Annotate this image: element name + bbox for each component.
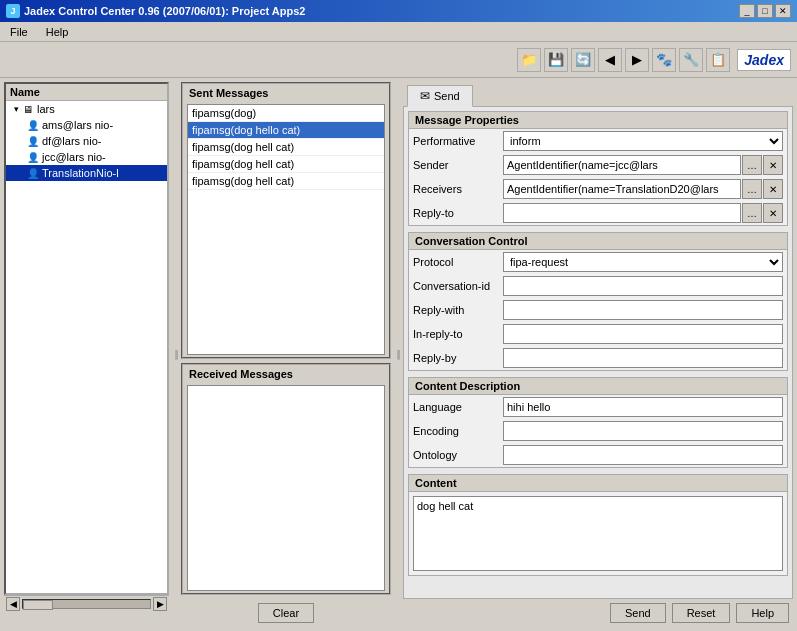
scroll-track (22, 599, 151, 609)
reset-button[interactable]: Reset (672, 603, 731, 623)
toolbar-save-icon[interactable]: 💾 (544, 48, 568, 72)
reply-with-label: Reply-with (413, 304, 503, 316)
sender-input[interactable] (503, 155, 741, 175)
toolbar-refresh-icon[interactable]: 🔄 (571, 48, 595, 72)
title-bar-buttons: _ □ ✕ (739, 4, 791, 18)
receivers-input[interactable] (503, 179, 741, 199)
tree-label-jcc: jcc@lars nio- (42, 151, 106, 163)
sender-label: Sender (413, 159, 503, 171)
maximize-button[interactable]: □ (757, 4, 773, 18)
toolbar-clip-icon[interactable]: 📋 (706, 48, 730, 72)
tree-item-ams[interactable]: 👤 ams@lars nio- (6, 117, 167, 133)
menu-bar: File Help (0, 22, 797, 42)
form-panel: Message Properties Performative inform r… (403, 106, 793, 599)
help-button[interactable]: Help (736, 603, 789, 623)
receivers-clear-button[interactable]: ✕ (763, 179, 783, 199)
splitter-left[interactable] (171, 78, 179, 631)
splitter-right[interactable] (393, 78, 401, 631)
tab-send[interactable]: ✉ Send (407, 85, 473, 107)
reply-to-input-group: … ✕ (503, 203, 783, 223)
sent-messages-list[interactable]: fipamsg(dog) fipamsg(dog hello cat) fipa… (187, 104, 385, 355)
tab-send-label: Send (434, 90, 460, 102)
title-bar: J Jadex Control Center 0.96 (2007/06/01)… (0, 0, 797, 22)
content-textarea[interactable]: dog hell cat (413, 496, 783, 571)
protocol-select[interactable]: fipa-request fipa-query fipa-subscribe (503, 252, 783, 272)
content-description-title: Content Description (409, 378, 787, 395)
menu-file[interactable]: File (6, 25, 32, 39)
receivers-row: Receivers … ✕ (409, 177, 787, 201)
reply-to-label: Reply-to (413, 207, 503, 219)
toolbar-paw-icon[interactable]: 🐾 (652, 48, 676, 72)
performative-input-group: inform request query-if propose (503, 131, 783, 151)
middle-panel: Sent Messages fipamsg(dog) fipamsg(dog h… (181, 82, 391, 627)
in-reply-to-row: In-reply-to (409, 322, 787, 346)
language-row: Language (409, 395, 787, 419)
reply-to-row: Reply-to … ✕ (409, 201, 787, 225)
performative-select[interactable]: inform request query-if propose (503, 131, 783, 151)
folder-icon: 🖥 (21, 102, 35, 116)
conversation-id-row: Conversation-id (409, 274, 787, 298)
scroll-left-btn[interactable]: ◀ (6, 597, 20, 611)
protocol-row: Protocol fipa-request fipa-query fipa-su… (409, 250, 787, 274)
in-reply-to-label: In-reply-to (413, 328, 503, 340)
scroll-thumb[interactable] (23, 600, 53, 610)
performative-row: Performative inform request query-if pro… (409, 129, 787, 153)
tree-item-df[interactable]: 👤 df@lars nio- (6, 133, 167, 149)
sender-dots-button[interactable]: … (742, 155, 762, 175)
minimize-button[interactable]: _ (739, 4, 755, 18)
app-icon: J (6, 4, 20, 18)
ontology-input[interactable] (503, 445, 783, 465)
sent-messages-title: Sent Messages (183, 84, 389, 102)
sent-msg-3[interactable]: fipamsg(dog hell cat) (188, 156, 384, 173)
conversation-control-group: Conversation Control Protocol fipa-reque… (408, 232, 788, 371)
conversation-id-input[interactable] (503, 276, 783, 296)
send-button[interactable]: Send (610, 603, 666, 623)
reply-with-input[interactable] (503, 300, 783, 320)
toolbar-settings-icon[interactable]: 🔧 (679, 48, 703, 72)
sent-msg-2[interactable]: fipamsg(dog hell cat) (188, 139, 384, 156)
bottom-buttons: Send Reset Help (403, 599, 793, 627)
tree-panel: Name ▾ 🖥 lars 👤 ams@lars nio- 👤 df@lars … (4, 82, 169, 595)
content-title: Content (409, 475, 787, 492)
toolbar-forward-icon[interactable]: ▶ (625, 48, 649, 72)
tree-item-lars[interactable]: ▾ 🖥 lars (6, 101, 167, 117)
sent-msg-0[interactable]: fipamsg(dog) (188, 105, 384, 122)
language-label: Language (413, 401, 503, 413)
jadex-logo: Jadex (737, 49, 791, 71)
encoding-label: Encoding (413, 425, 503, 437)
sent-msg-4[interactable]: fipamsg(dog hell cat) (188, 173, 384, 190)
agent-icon-jcc: 👤 (26, 150, 40, 164)
sender-clear-button[interactable]: ✕ (763, 155, 783, 175)
clear-button[interactable]: Clear (258, 603, 314, 623)
content-description-group: Content Description Language Encoding On… (408, 377, 788, 468)
receivers-label: Receivers (413, 183, 503, 195)
right-panel: ✉ Send Message Properties Performative i… (403, 82, 793, 627)
expand-lars-icon[interactable]: ▾ (14, 104, 19, 114)
reply-by-input[interactable] (503, 348, 783, 368)
close-button[interactable]: ✕ (775, 4, 791, 18)
reply-to-input[interactable] (503, 203, 741, 223)
tree-label-translation: TranslationNio-l (42, 167, 119, 179)
toolbar-back-icon[interactable]: ◀ (598, 48, 622, 72)
toolbar-open-icon[interactable]: 📁 (517, 48, 541, 72)
tree-item-jcc[interactable]: 👤 jcc@lars nio- (6, 149, 167, 165)
tree-scrollbar[interactable]: ◀ ▶ (4, 595, 169, 611)
sent-msg-1[interactable]: fipamsg(dog hello cat) (188, 122, 384, 139)
reply-to-clear-button[interactable]: ✕ (763, 203, 783, 223)
received-messages-title: Received Messages (183, 365, 389, 383)
menu-help[interactable]: Help (42, 25, 73, 39)
scroll-right-btn[interactable]: ▶ (153, 597, 167, 611)
receivers-input-group: … ✕ (503, 179, 783, 199)
content-group: Content dog hell cat (408, 474, 788, 576)
middle-bottom: Clear (181, 599, 391, 627)
receivers-dots-button[interactable]: … (742, 179, 762, 199)
tab-strip: ✉ Send (403, 82, 793, 106)
tree-label-lars: lars (37, 103, 55, 115)
reply-to-dots-button[interactable]: … (742, 203, 762, 223)
received-messages-list[interactable] (187, 385, 385, 591)
in-reply-to-input[interactable] (503, 324, 783, 344)
tree-label-ams: ams@lars nio- (42, 119, 113, 131)
language-input[interactable] (503, 397, 783, 417)
tree-item-translation[interactable]: 👤 TranslationNio-l (6, 165, 167, 181)
encoding-input[interactable] (503, 421, 783, 441)
